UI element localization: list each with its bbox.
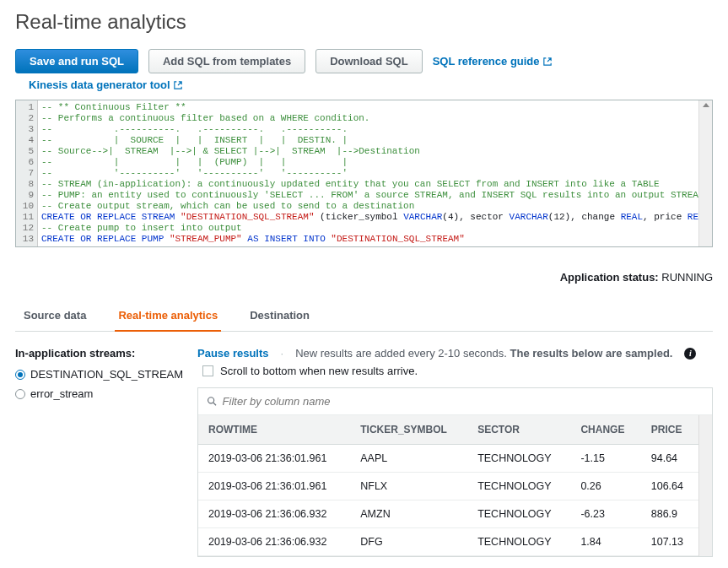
stream-err[interactable]: error_stream (15, 387, 184, 400)
table-scrollbar[interactable] (698, 415, 712, 556)
scroll-bottom-label: Scroll to bottom when new results arrive… (220, 365, 418, 377)
svg-point-0 (208, 398, 214, 403)
table-row[interactable]: 2019-03-06 21:36:06.932AMZNTECHNOLOGY-6.… (198, 500, 698, 528)
stream-dest[interactable]: DESTINATION_SQL_STREAM (15, 368, 184, 381)
streams-sidebar: In-application streams: DESTINATION_SQL_… (15, 347, 184, 557)
results-table-wrap: ROWTIMETICKER_SYMBOLSECTORCHANGEPRICE 20… (197, 387, 713, 557)
tab-dest[interactable]: Destination (246, 300, 313, 332)
stream-label: DESTINATION_SQL_STREAM (30, 368, 183, 381)
results-table: ROWTIMETICKER_SYMBOLSECTORCHANGEPRICE 20… (198, 415, 698, 556)
editor-gutter: 12345678910111213 (16, 100, 38, 246)
cell: 107.13 (641, 528, 698, 556)
search-icon (207, 396, 218, 407)
filter-bar (198, 388, 712, 415)
cell: TECHNOLOGY (467, 500, 570, 528)
status-value: RUNNING (661, 271, 713, 284)
cell: -6.23 (570, 500, 640, 528)
tabs: Source dataReal-time analyticsDestinatio… (15, 300, 713, 332)
col-sector[interactable]: SECTOR (467, 415, 570, 445)
streams-heading: In-application streams: (15, 347, 184, 360)
info-icon[interactable]: i (684, 348, 696, 360)
sql-reference-link[interactable]: SQL reference guide (433, 55, 552, 68)
cell: 106.64 (641, 473, 698, 500)
editor-scrollbar[interactable] (698, 100, 712, 246)
cell: 0.26 (570, 473, 640, 500)
cell: 2019-03-06 21:36:01.961 (198, 445, 350, 473)
col-rowtime[interactable]: ROWTIME (198, 415, 350, 445)
col-price[interactable]: PRICE (641, 415, 698, 445)
editor-code[interactable]: -- ** Continuous Filter **-- Performs a … (38, 100, 712, 246)
cell: AMZN (350, 500, 467, 528)
status-label: Application status: (560, 271, 659, 284)
cell: 1.84 (570, 528, 640, 556)
cell: NFLX (350, 473, 467, 500)
tab-source[interactable]: Source data (20, 300, 89, 332)
cell: 886.9 (641, 500, 698, 528)
svg-line-1 (213, 403, 216, 405)
download-sql-button[interactable]: Download SQL (315, 49, 422, 73)
external-link-icon (543, 57, 552, 66)
cell: DFG (350, 528, 467, 556)
scroll-bottom-checkbox-row[interactable]: Scroll to bottom when new results arrive… (202, 365, 713, 377)
col-change[interactable]: CHANGE (570, 415, 640, 445)
page-title: Real-time analytics (15, 10, 713, 34)
cell: TECHNOLOGY (467, 528, 570, 556)
kinesis-generator-label: Kinesis data generator tool (29, 78, 170, 91)
results-note: New results are added every 2-10 seconds… (295, 347, 672, 360)
toolbar: Save and run SQL Add SQL from templates … (15, 49, 713, 73)
cell: 2019-03-06 21:36:06.932 (198, 500, 350, 528)
sql-editor[interactable]: 12345678910111213 -- ** Continuous Filte… (15, 100, 713, 247)
radio-icon (15, 389, 25, 399)
tab-realtime[interactable]: Real-time analytics (115, 300, 221, 332)
cell: AAPL (350, 445, 467, 473)
table-row[interactable]: 2019-03-06 21:36:06.932DFGTECHNOLOGY1.84… (198, 528, 698, 556)
radio-icon (15, 370, 25, 380)
table-row[interactable]: 2019-03-06 21:36:01.961AAPLTECHNOLOGY-1.… (198, 445, 698, 473)
filter-input[interactable] (223, 395, 704, 408)
add-sql-templates-button[interactable]: Add SQL from templates (148, 49, 305, 73)
results-panel: Pause results · New results are added ev… (197, 347, 713, 557)
application-status: Application status: RUNNING (15, 271, 713, 284)
external-link-icon (174, 81, 182, 89)
kinesis-generator-link[interactable]: Kinesis data generator tool (29, 78, 182, 91)
cell: -1.15 (570, 445, 640, 473)
pause-results-link[interactable]: Pause results (197, 347, 269, 360)
col-ticker_symbol[interactable]: TICKER_SYMBOL (350, 415, 467, 445)
sql-reference-label: SQL reference guide (433, 55, 540, 68)
cell: TECHNOLOGY (467, 473, 570, 500)
cell: 94.64 (641, 445, 698, 473)
table-row[interactable]: 2019-03-06 21:36:01.961NFLXTECHNOLOGY0.2… (198, 473, 698, 500)
stream-label: error_stream (30, 387, 93, 400)
cell: 2019-03-06 21:36:06.932 (198, 528, 350, 556)
save-run-sql-button[interactable]: Save and run SQL (15, 49, 138, 73)
cell: TECHNOLOGY (467, 445, 570, 473)
cell: 2019-03-06 21:36:01.961 (198, 473, 350, 500)
scroll-bottom-checkbox[interactable] (202, 365, 213, 376)
